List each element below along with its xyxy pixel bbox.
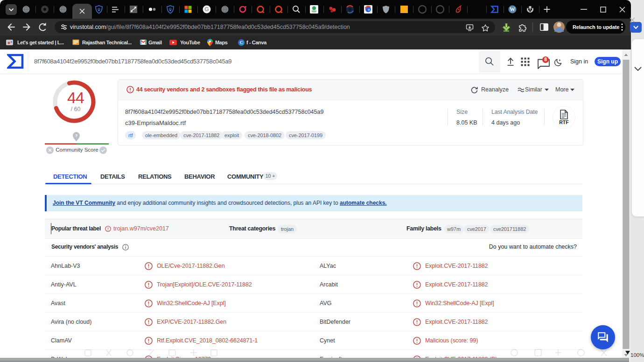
svg-text:RTF: RTF xyxy=(559,119,569,125)
svg-text:?: ? xyxy=(75,133,78,138)
svg-text:C: C xyxy=(240,40,243,45)
